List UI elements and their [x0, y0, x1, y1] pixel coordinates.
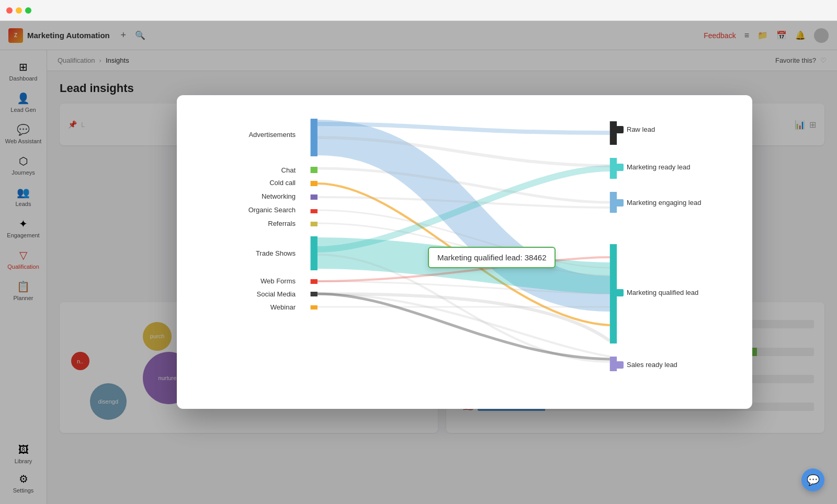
source-label-advertisements: Advertisements	[248, 131, 296, 139]
source-label-coldcall: Cold call	[269, 179, 296, 187]
source-bar-webforms	[311, 279, 318, 284]
target-label-rawlead: Raw lead	[616, 125, 655, 133]
chat-button[interactable]: 💬	[801, 468, 824, 491]
marketing-qualified-swatch	[616, 289, 624, 296]
marketing-engaging-swatch	[616, 199, 624, 207]
source-bar-socialmedia	[311, 292, 318, 296]
titlebar	[0, 0, 837, 21]
source-bar-chat	[311, 167, 318, 173]
target-label-marketingready: Marketing ready lead	[616, 163, 690, 171]
sankey-modal: Advertisements Chat Cold call Networking…	[177, 95, 752, 409]
source-bar-advertisements	[311, 119, 318, 156]
raw-lead-swatch	[616, 126, 624, 133]
close-button[interactable]	[6, 7, 13, 14]
source-bar-referrals	[311, 222, 318, 226]
source-bar-webinar	[311, 305, 318, 310]
source-bar-networking	[311, 194, 318, 200]
target-label-salesready: Sales ready lead	[616, 361, 677, 369]
maximize-button[interactable]	[25, 7, 31, 14]
source-label-chat: Chat	[281, 166, 296, 174]
source-label-socialmedia: Social Media	[257, 290, 296, 298]
source-bar-tradeshows	[311, 236, 318, 270]
sales-ready-swatch	[616, 361, 624, 369]
target-labels: Raw lead Marketing ready lead Marketing …	[606, 116, 726, 388]
source-bar-organic	[311, 209, 318, 213]
window-controls	[6, 7, 31, 14]
sankey-tooltip: Marketing qualified lead: 38462	[428, 247, 556, 268]
target-label-marketingengaging: Marketing engaging lead	[616, 199, 701, 207]
source-label-webinar: Webinar	[270, 303, 296, 311]
source-bar-coldcall	[311, 181, 318, 186]
minimize-button[interactable]	[16, 7, 22, 14]
marketing-ready-swatch	[616, 164, 624, 171]
source-label-referrals: Referrals	[268, 220, 296, 227]
target-label-marketingqualified: Marketing qualified lead	[616, 289, 698, 296]
source-label-organic: Organic Search	[248, 206, 296, 214]
sankey-chart: Advertisements Chat Cold call Networking…	[203, 116, 726, 388]
source-label-tradeshows: Trade Shows	[256, 249, 296, 257]
source-label-webforms: Web Forms	[261, 277, 296, 285]
source-label-networking: Networking	[262, 192, 296, 200]
source-labels: Advertisements Chat Cold call Networking…	[203, 116, 300, 388]
